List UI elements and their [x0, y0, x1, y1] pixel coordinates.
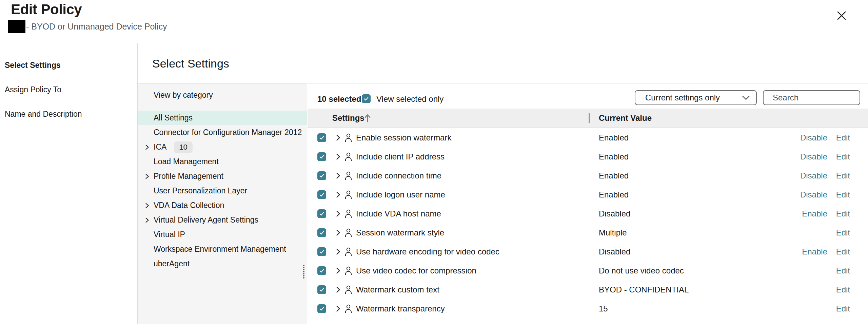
- settings-filter-dropdown[interactable]: Current settings only: [635, 90, 757, 105]
- checkmark-icon: [319, 154, 325, 160]
- user-icon: [344, 209, 352, 218]
- edit-action-link[interactable]: Edit: [836, 304, 850, 313]
- chevron-right-icon[interactable]: [336, 229, 340, 236]
- policy-name: - BYOD or Unmanaged Device Policy: [26, 22, 167, 32]
- sidebar-step-item[interactable]: Assign Policy To: [0, 77, 137, 102]
- setting-name: Watermark custom text: [356, 285, 439, 294]
- category-label: ICA: [154, 142, 166, 152]
- category-item[interactable]: Load Management: [138, 154, 307, 169]
- setting-name: Include VDA host name: [356, 209, 441, 218]
- category-item[interactable]: Virtual Delivery Agent Settings: [138, 213, 307, 227]
- row-checkbox[interactable]: [317, 228, 326, 237]
- chevron-right-icon[interactable]: [145, 217, 149, 223]
- edit-action-link[interactable]: Edit: [836, 209, 850, 218]
- toggle-action-link[interactable]: Disable: [800, 152, 827, 161]
- setting-current-value: Enabled: [599, 171, 629, 180]
- toggle-action-link[interactable]: Disable: [800, 190, 827, 199]
- table-row: Use hardware encoding for video codec Di…: [308, 242, 868, 261]
- selected-count: 10 selected: [317, 94, 361, 104]
- chevron-right-icon[interactable]: [145, 173, 149, 179]
- row-checkbox[interactable]: [317, 152, 326, 161]
- chevron-right-icon[interactable]: [336, 210, 340, 217]
- chevron-right-icon[interactable]: [145, 203, 149, 208]
- sidebar-step-label: Name and Description: [5, 110, 82, 119]
- panel-resize-handle[interactable]: [303, 265, 304, 279]
- search-input[interactable]: [763, 90, 860, 105]
- chevron-down-icon: [742, 95, 750, 100]
- category-label: Virtual IP: [154, 230, 185, 239]
- row-checkbox[interactable]: [317, 247, 326, 256]
- row-checkbox[interactable]: [317, 133, 326, 142]
- sidebar-step-item[interactable]: Name and Description: [0, 102, 137, 126]
- column-header-settings[interactable]: Settings: [332, 113, 364, 123]
- setting-name: Include logon user name: [356, 190, 445, 199]
- user-icon: [344, 304, 352, 313]
- setting-name: Watermark transparency: [356, 304, 445, 313]
- row-checkbox[interactable]: [317, 190, 326, 199]
- table-row: Enable session watermark Enabled Disable…: [308, 128, 868, 147]
- table-row: Include VDA host name Disabled Enable Ed…: [308, 204, 868, 223]
- category-label: User Personalization Layer: [154, 186, 247, 195]
- checkmark-icon: [319, 173, 325, 179]
- edit-action-link[interactable]: Edit: [836, 171, 850, 180]
- chevron-right-icon[interactable]: [336, 191, 340, 198]
- category-item[interactable]: All Settings: [138, 111, 307, 125]
- setting-current-value: Enabled: [599, 152, 629, 161]
- setting-name: Use hardware encoding for video codec: [356, 247, 499, 256]
- category-item[interactable]: uberAgent: [138, 256, 307, 271]
- chevron-right-icon[interactable]: [336, 286, 340, 293]
- column-resize-divider[interactable]: [589, 113, 590, 123]
- checkmark-icon: [319, 287, 325, 293]
- row-checkbox[interactable]: [317, 266, 326, 275]
- row-checkbox[interactable]: [317, 304, 326, 313]
- panel-heading: Select Settings: [152, 57, 229, 70]
- row-checkbox[interactable]: [317, 285, 326, 294]
- dropdown-selected-value: Current settings only: [645, 93, 720, 102]
- edit-action-link[interactable]: Edit: [836, 247, 850, 256]
- chevron-right-icon[interactable]: [336, 248, 340, 255]
- user-icon: [344, 285, 352, 294]
- select-settings-panel: Select Settings View by category All Set…: [138, 43, 307, 324]
- setting-name: Session watermark style: [356, 228, 444, 237]
- page-title: Edit Policy: [11, 1, 82, 18]
- chevron-right-icon[interactable]: [145, 144, 149, 150]
- toggle-action-link[interactable]: Disable: [800, 133, 827, 142]
- edit-action-link[interactable]: Edit: [836, 152, 850, 161]
- table-row: Session watermark style Multiple Edit: [308, 223, 868, 242]
- chevron-right-icon[interactable]: [336, 172, 340, 179]
- category-item[interactable]: Connector for Configuration Manager 2012: [138, 125, 307, 140]
- edit-action-link[interactable]: Edit: [836, 190, 850, 199]
- checkmark-icon: [319, 249, 325, 255]
- table-row: Include logon user name Enabled Disable …: [308, 185, 868, 204]
- category-label: All Settings: [154, 113, 193, 122]
- checkmark-icon: [319, 306, 325, 312]
- sidebar-step-item[interactable]: Select Settings: [0, 53, 137, 77]
- category-label: Virtual Delivery Agent Settings: [154, 215, 258, 225]
- category-item[interactable]: ICA 10: [138, 140, 307, 154]
- setting-name: Enable session watermark: [356, 133, 451, 142]
- row-checkbox[interactable]: [317, 209, 326, 218]
- toggle-action-link[interactable]: Disable: [800, 171, 827, 180]
- row-checkbox[interactable]: [317, 171, 326, 180]
- edit-action-link[interactable]: Edit: [836, 285, 850, 294]
- edit-action-link[interactable]: Edit: [836, 228, 850, 237]
- policy-subtitle-row: - BYOD or Unmanaged Device Policy: [8, 20, 167, 33]
- category-item[interactable]: VDA Data Collection: [138, 198, 307, 213]
- view-selected-only-checkbox[interactable]: [362, 94, 371, 103]
- category-item[interactable]: Workspace Environment Management: [138, 242, 307, 256]
- toggle-action-link[interactable]: Enable: [802, 247, 827, 256]
- edit-action-link[interactable]: Edit: [836, 266, 850, 275]
- category-item[interactable]: User Personalization Layer: [138, 184, 307, 198]
- chevron-right-icon[interactable]: [336, 153, 340, 160]
- chevron-right-icon[interactable]: [336, 305, 340, 312]
- chevron-right-icon[interactable]: [336, 134, 340, 141]
- toggle-action-link[interactable]: Enable: [802, 209, 827, 218]
- category-item[interactable]: Profile Management: [138, 169, 307, 184]
- edit-action-link[interactable]: Edit: [836, 133, 850, 142]
- setting-current-value: Enabled: [599, 133, 629, 142]
- category-item[interactable]: Virtual IP: [138, 227, 307, 242]
- user-icon: [344, 266, 352, 275]
- chevron-right-icon[interactable]: [336, 267, 340, 274]
- close-button[interactable]: [833, 7, 850, 24]
- settings-rows: Enable session watermark Enabled Disable…: [308, 128, 868, 318]
